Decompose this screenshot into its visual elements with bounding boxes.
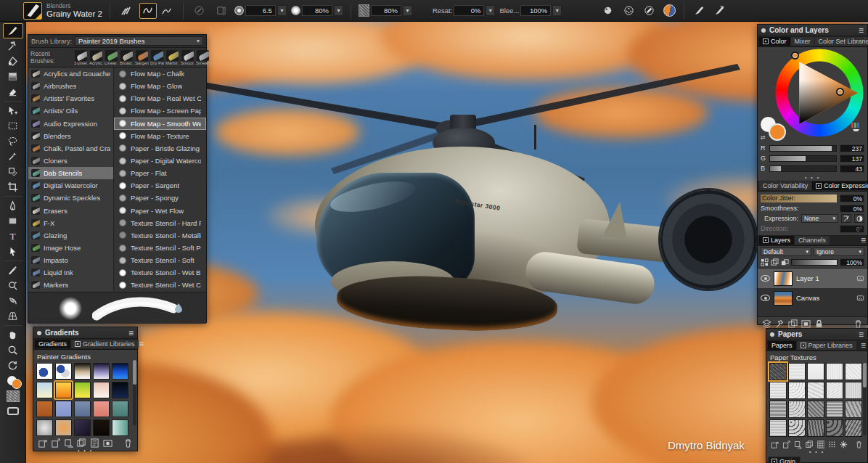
- panel-collapse-icon[interactable]: [761, 28, 766, 33]
- kaleidoscope-tool[interactable]: [3, 278, 23, 293]
- text-tool[interactable]: T: [3, 229, 23, 244]
- tab-color-set-libraries[interactable]: Color Set Libraries: [815, 37, 868, 46]
- brush-variant-texture-stencil-metallic[interactable]: Texture Stencil - Metallic: [114, 229, 206, 242]
- visibility-eye-icon[interactable]: [761, 295, 770, 301]
- tab-menu-icon[interactable]: ≡: [861, 340, 866, 351]
- layer-opacity-slider[interactable]: [791, 259, 838, 266]
- brush-variant-paper-bristle-glazing[interactable]: Paper - Bristle Glazing: [114, 142, 206, 155]
- panel-grip[interactable]: • • •: [33, 448, 137, 454]
- bleed-input[interactable]: 100%: [520, 5, 551, 16]
- panel-collapse-icon[interactable]: [770, 332, 774, 337]
- panel-grip[interactable]: • • •: [758, 175, 867, 181]
- paper-swatch-13[interactable]: [807, 401, 824, 418]
- gradient-swatch-19[interactable]: [93, 419, 110, 436]
- preserve-transparency-icon[interactable]: [771, 258, 779, 266]
- recent-brush-sargen-[interactable]: Sargen...: [135, 50, 149, 65]
- brush-selector-chip[interactable]: Blenders Grainy Water 2: [23, 2, 102, 20]
- tab-paper-libraries[interactable]: Paper Libraries: [797, 341, 856, 350]
- view-mode-button[interactable]: [3, 403, 23, 419]
- recent-brush-dry-pal-[interactable]: Dry Pal...: [150, 50, 164, 65]
- gradient-swatch-7[interactable]: [55, 382, 72, 398]
- main-color-swatch[interactable]: [769, 123, 786, 141]
- rotate-page-tool[interactable]: [3, 358, 23, 373]
- direction-icon[interactable]: [854, 214, 864, 223]
- symmetry-painting-tool[interactable]: [3, 263, 23, 278]
- magnifier-tool[interactable]: [3, 343, 23, 358]
- channel-value[interactable]: 137: [840, 155, 864, 163]
- brush-variant-texture-stencil-hard-pastel[interactable]: Texture Stencil - Hard Pastel: [114, 217, 206, 229]
- grain-tab[interactable]: Grain: [768, 456, 801, 463]
- trash-icon[interactable]: [855, 440, 863, 449]
- brush-category-markers[interactable]: Markers: [28, 279, 113, 291]
- brush-variant-flow-map-screen-paper[interactable]: Flow Map - Screen Paper: [114, 105, 206, 117]
- resat-input[interactable]: 0%: [454, 5, 484, 16]
- hue-marker[interactable]: [791, 52, 799, 60]
- sv-marker[interactable]: [836, 88, 844, 96]
- panel-grip[interactable]: • • •: [766, 449, 867, 455]
- brush-category-artists-oils[interactable]: Artists' Oils: [28, 105, 113, 117]
- brush-category-glazing[interactable]: Glazing: [28, 229, 113, 242]
- brush-variant-flow-map-glow[interactable]: Flow Map - Glow: [114, 80, 206, 92]
- trash-icon[interactable]: [123, 438, 133, 448]
- brush-category-dynamic-speckles[interactable]: Dynamic Speckles: [28, 192, 113, 204]
- brush-category-cloners[interactable]: Cloners: [28, 155, 113, 167]
- gradient-swatch-13[interactable]: [74, 401, 91, 417]
- size-dropdown-arrow[interactable]: ▾: [277, 5, 287, 16]
- recent-brush-smeary-[interactable]: Smeary...: [196, 50, 210, 65]
- gradient-edit-icon[interactable]: [90, 438, 99, 448]
- recent-brush-marbli-[interactable]: Marbli...: [165, 50, 179, 65]
- grain-input[interactable]: 80%: [371, 5, 401, 16]
- paper-export-icon[interactable]: [794, 440, 802, 449]
- tab-color-expression[interactable]: Color Expression: [812, 181, 868, 190]
- tab-layers[interactable]: Layers: [759, 236, 794, 245]
- brush-category-image-hose[interactable]: Image Hose: [28, 242, 113, 254]
- brush-variant-texture-stencil-soft-pastel[interactable]: Texture Stencil - Soft Pastel: [114, 242, 206, 254]
- current-color-swatches[interactable]: ⇄: [761, 117, 790, 142]
- color-jitter-label[interactable]: Color Jitter:: [761, 194, 837, 202]
- brush-variant-flow-map-smooth-wet-oil[interactable]: Flow Map - Smooth Wet Oil: [114, 118, 206, 130]
- smoothness-label[interactable]: Smoothness:: [761, 205, 837, 212]
- brush-variant-paper-digital-watercolor-par[interactable]: Paper - Digital Watercolor Par: [114, 155, 206, 167]
- tab-menu-icon[interactable]: ≡: [139, 339, 144, 349]
- brush-variant-texture-stencil-soft[interactable]: Texture Stencil - Soft: [114, 254, 206, 266]
- layer-row-canvas[interactable]: Canvas: [758, 288, 867, 308]
- composite-method-dropdown[interactable]: Default ▾: [761, 247, 811, 256]
- gradient-swatch-20[interactable]: [112, 419, 128, 436]
- divine-proportion-tool[interactable]: [3, 293, 23, 308]
- layer-adjuster-tool[interactable]: [3, 103, 23, 118]
- brush-category-chalk-pastel-and-crayons[interactable]: Chalk, Pastel and Crayons: [28, 142, 113, 155]
- capture-paper-icon[interactable]: [840, 440, 848, 449]
- brush-variant-flow-map-chalk[interactable]: Flow Map - Chalk: [114, 67, 206, 80]
- paper-grid-icon[interactable]: [817, 440, 825, 449]
- paper-dots-icon[interactable]: [828, 440, 836, 449]
- paper-swatch-19[interactable]: [826, 419, 843, 437]
- tab-gradient-libraries[interactable]: Gradient Libraries: [71, 340, 139, 348]
- eraser-tool[interactable]: [3, 84, 23, 99]
- brush-variant-texture-stencil-wet-buildup[interactable]: Texture Stencil - Wet Buildup: [114, 266, 206, 279]
- grabber-hand-tool[interactable]: [3, 327, 23, 343]
- scrollbar[interactable]: [863, 363, 867, 435]
- gradient-swatch-1[interactable]: [36, 363, 53, 380]
- gradient-swatch-6[interactable]: [36, 382, 53, 398]
- freehand-strokes-button[interactable]: [139, 3, 157, 19]
- water-drop-icon[interactable]: [174, 303, 183, 313]
- paint-bucket-tool[interactable]: [3, 54, 23, 69]
- brush-category-f-x[interactable]: F-X: [28, 217, 113, 229]
- brush-variant-paper-spongy[interactable]: Paper - Spongy: [114, 192, 206, 204]
- paper-swatch-6[interactable]: [769, 382, 787, 399]
- color-wheel[interactable]: ⇄: [758, 47, 867, 142]
- gradient-duplicate-icon[interactable]: [77, 438, 86, 448]
- rect-selection-tool[interactable]: [3, 118, 23, 134]
- color-media-icon[interactable]: [660, 3, 678, 19]
- gradient-swatch-4[interactable]: [93, 363, 110, 380]
- gradient-swatch-17[interactable]: [55, 419, 72, 436]
- tab-color-variability[interactable]: Color Variability: [759, 181, 811, 190]
- gradient-swatch-8[interactable]: [74, 382, 91, 398]
- paper-selector[interactable]: [3, 388, 23, 403]
- brush-variant-paper-wet-flow[interactable]: Paper - Wet Flow: [114, 205, 206, 217]
- gradient-swatch-18[interactable]: [74, 419, 91, 436]
- visibility-eye-icon[interactable]: [761, 275, 770, 282]
- gradient-swatch-9[interactable]: [93, 382, 110, 398]
- dropper-tool[interactable]: [3, 38, 23, 54]
- tab-papers[interactable]: Papers: [768, 341, 796, 350]
